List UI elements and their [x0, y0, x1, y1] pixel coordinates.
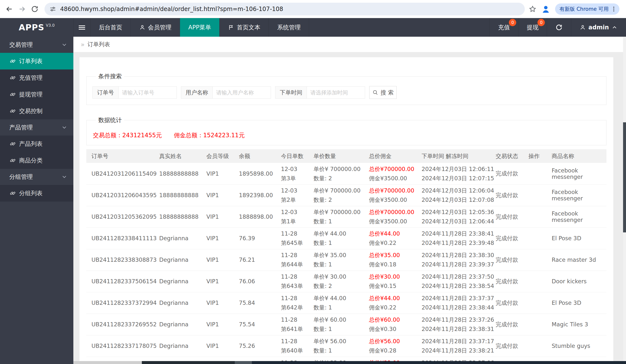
vip-level: VIP1: [206, 278, 219, 284]
page-title: 订单列表: [87, 40, 110, 48]
nav-item-members[interactable]: 会员管理: [131, 18, 180, 37]
nav-item-home-text[interactable]: 首页文本: [220, 18, 269, 37]
horizontal-scrollbar-thumb-secondary: [235, 361, 252, 364]
refresh-button[interactable]: [547, 18, 571, 37]
cell-order-no: UB2412031205362095: [86, 206, 159, 228]
sidebar-item-order-list[interactable]: 订单列表: [0, 53, 73, 70]
sidebar-group-trade[interactable]: 交易管理: [0, 37, 73, 53]
sidebar-item-withdraw-mgmt[interactable]: 提现管理: [0, 86, 73, 103]
nav-item-system[interactable]: 系统管理: [269, 18, 309, 37]
col-vip-level: 会员等级: [206, 149, 239, 163]
sidebar-toggle-button[interactable]: [73, 18, 90, 37]
order-no: UB2412031206115409: [91, 170, 157, 177]
cell-real-name: Degrianna: [159, 292, 206, 314]
admin-user-menu[interactable]: admin: [571, 18, 626, 37]
logo-version: V3.0: [46, 23, 55, 28]
quantity: 数量: 2: [313, 174, 369, 183]
cell-order-no: UB2411282337178075: [86, 335, 159, 357]
sidebar: 交易管理 订单列表 充值管理 提现管理 交易控制 产品管理: [0, 37, 73, 364]
order-no: UB2412031206043595: [91, 192, 157, 198]
navbar-right: 充值 0 提现 0 admin: [490, 18, 626, 37]
quantity: 数量: 1: [313, 346, 369, 355]
cell-status: 完成付款: [496, 314, 528, 335]
search-button[interactable]: 搜 索: [369, 86, 397, 99]
profile-avatar-icon[interactable]: [541, 4, 551, 14]
username-input[interactable]: [213, 86, 271, 99]
order-day: 12-03: [281, 207, 313, 217]
order-no-field-group: 订单号: [92, 86, 177, 99]
sidebar-item-goods-category[interactable]: 商品分类: [0, 152, 73, 169]
vip-level: VIP1: [206, 192, 219, 198]
sidebar-group-grouping[interactable]: 分组管理: [0, 169, 73, 185]
order-no-label: 订单号: [92, 86, 118, 99]
order-day: 11-28: [281, 315, 313, 324]
reload-icon: [31, 5, 39, 13]
kebab-menu-icon[interactable]: [611, 6, 617, 12]
sidebar-group-product[interactable]: 产品管理: [0, 119, 73, 135]
total-price: 总价¥44.00: [369, 229, 422, 238]
balance: 76.21: [239, 257, 255, 263]
sidebar-item-product-list[interactable]: 产品列表: [0, 135, 73, 152]
search-form: 订单号 用户名称 下单时间 搜 索: [92, 86, 600, 99]
cell-today-orders: 12-03 第2单: [281, 184, 313, 206]
withdraw-label: 提现: [527, 24, 539, 31]
trade-status: 完成付款: [496, 235, 518, 242]
horizontal-scrollbar-thumb[interactable]: [73, 361, 142, 364]
cell-operation: [528, 228, 552, 249]
cell-today-orders: 11-28 第645单: [281, 228, 313, 249]
bookmark-star-icon[interactable]: [529, 5, 537, 13]
order-seq: 第644单: [281, 260, 313, 269]
chrome-update-label: 有新版 Chrome 可用: [559, 6, 609, 12]
cell-operation: [528, 357, 552, 361]
product-name: Stumble guys: [552, 343, 590, 349]
browser-back-button[interactable]: [3, 3, 16, 15]
browser-forward-button[interactable]: [16, 3, 28, 15]
quantity: 数量: 1: [313, 324, 369, 334]
balance: 1895898.00: [239, 170, 273, 177]
sidebar-item-trade-control[interactable]: 交易控制: [0, 103, 73, 119]
horizontal-scrollbar[interactable]: [73, 361, 626, 364]
cell-times: 2024年12月03日 12:05:36 2024年12月03日 12:06:4…: [422, 206, 496, 228]
cell-unit-price-qty: 单价¥ 44.00 数量: 1: [313, 228, 369, 249]
total-price: 总价¥32.00: [369, 358, 422, 361]
cell-operation: [528, 292, 552, 314]
order-no-input[interactable]: [118, 86, 177, 99]
nav-item-app-menu[interactable]: APP菜单: [180, 18, 220, 37]
col-today-orders: 今日单数: [281, 149, 313, 163]
real-name: 18888888888: [159, 214, 198, 220]
vertical-scrollbar-thumb[interactable]: [623, 122, 626, 232]
link-icon: [10, 58, 16, 64]
sidebar-item-label: 交易控制: [19, 107, 42, 115]
browser-reload-button[interactable]: [28, 3, 41, 15]
table-row: UB2411282337269552 Degrianna VIP1 75.54 …: [86, 314, 606, 335]
sidebar-item-group-list[interactable]: 分组列表: [0, 185, 73, 202]
search-button-label: 搜 索: [381, 89, 393, 96]
vertical-scrollbar[interactable]: [623, 37, 626, 361]
nav-item-dashboard[interactable]: 后台首页: [90, 18, 131, 37]
cell-unit-price-qty: 单价¥ 700000.00 数量: 1: [313, 206, 369, 228]
cell-real-name: Degrianna: [159, 314, 206, 335]
recharge-button[interactable]: 充值 0: [490, 18, 518, 37]
product-name: Race master 3d: [552, 257, 596, 263]
cell-product: Facebook messenger: [552, 206, 606, 228]
chrome-update-chip[interactable]: 有新版 Chrome 可用: [555, 3, 619, 15]
unfreeze-time: 2024年12月03日 12:07:08: [422, 195, 496, 204]
cell-real-name: 18888888888: [159, 163, 206, 184]
cell-vip-level: VIP1: [206, 184, 239, 206]
unit-price: 单价¥ 700000.00: [313, 207, 369, 217]
cell-balance: 1892398.00: [239, 184, 281, 206]
site-info-icon[interactable]: [49, 6, 56, 12]
unit-price: 单价¥ 44.00: [313, 229, 369, 238]
recharge-badge: 0: [509, 19, 516, 26]
cell-operation: [528, 271, 552, 292]
cell-today-orders: 11-28 第640单: [281, 335, 313, 357]
order-time-input[interactable]: [307, 86, 365, 99]
chevron-down-icon: [61, 41, 68, 48]
withdraw-button[interactable]: 提现 0: [518, 18, 547, 37]
link-icon: [10, 75, 16, 81]
cell-order-no: UB2412031206115409: [86, 163, 159, 184]
sidebar-item-recharge-mgmt[interactable]: 充值管理: [0, 70, 73, 86]
address-bar[interactable]: 48600.hwym.shop/admin#admin/deal/order_l…: [44, 3, 525, 15]
cell-status: 完成付款: [496, 249, 528, 271]
cell-real-name: Degrianna: [159, 335, 206, 357]
